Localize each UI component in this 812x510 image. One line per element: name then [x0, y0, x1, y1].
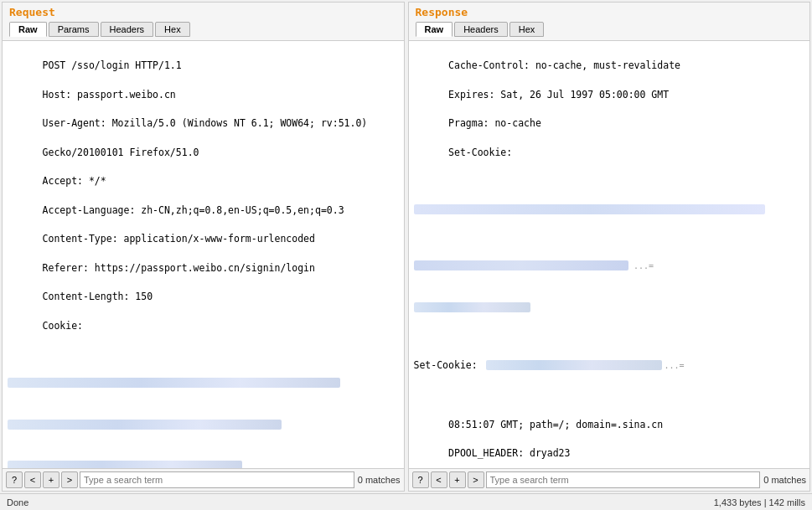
response-add-button[interactable]: +	[449, 471, 466, 488]
response-line-3: Pragma: no-cache	[448, 117, 541, 129]
request-prev-button[interactable]: <	[24, 471, 41, 488]
tab-headers-request[interactable]: Headers	[101, 22, 154, 37]
request-line-3: User-Agent: Mozilla/5.0 (Windows NT 6.1;…	[43, 117, 368, 129]
request-line-2: Host: passport.weibo.cn	[43, 89, 176, 100]
request-next-button[interactable]: >	[61, 471, 78, 488]
request-line-1: POST /sso/login HTTP/1.1	[43, 59, 182, 71]
response-help-button[interactable]: ?	[412, 471, 429, 488]
tab-params-request[interactable]: Params	[49, 22, 99, 37]
request-search-input[interactable]	[80, 471, 354, 488]
request-blur-3	[8, 461, 242, 468]
request-add-button[interactable]: +	[43, 471, 59, 488]
tab-raw-request[interactable]: Raw	[9, 22, 47, 37]
request-content: POST /sso/login HTTP/1.1 Host: passport.…	[3, 41, 404, 468]
request-help-button[interactable]: ?	[6, 471, 23, 488]
response-blur-row-1: ...=	[414, 260, 805, 272]
request-panel: Request Raw Params Headers Hex POST /sso…	[2, 2, 405, 492]
response-prev-button[interactable]: <	[431, 471, 447, 488]
response-line-5: 08:51:07 GMT; path=/; domain=.sina.cn	[448, 419, 663, 430]
request-tabs: Raw Params Headers Hex	[9, 22, 397, 37]
response-setcookie-value-blur	[486, 360, 662, 370]
tab-headers-response[interactable]: Headers	[454, 22, 508, 37]
response-search-input[interactable]	[486, 471, 761, 488]
response-matches-label: 0 matches	[762, 475, 806, 485]
response-blur-2	[414, 302, 531, 312]
request-line-8: Referer: https://passport.weibo.cn/signi…	[43, 262, 315, 274]
response-title: Response	[416, 6, 804, 18]
response-line-1: Cache-Control: no-cache, must-revalidate	[448, 59, 680, 71]
response-line-4: Set-Cookie:	[448, 147, 512, 158]
response-blur-row-2	[414, 302, 805, 312]
request-line-10: Cookie:	[43, 320, 83, 332]
response-tabs: Raw Headers Hex	[416, 22, 804, 37]
response-footer: ? < + > 0 matches	[409, 468, 810, 491]
request-header: Request Raw Params Headers Hex	[3, 3, 404, 41]
response-panel: Response Raw Headers Hex Cache-Control: …	[408, 2, 811, 492]
request-title: Request	[9, 6, 397, 18]
response-blur-suffix-1: ...=	[634, 260, 654, 272]
request-cookie-blur	[8, 378, 340, 388]
request-line-6: Accept-Language: zh-CN,zh;q=0.8,en-US;q=…	[43, 204, 344, 216]
request-footer: ? < + > 0 matches	[3, 468, 404, 491]
statusbar-right-text: 1,433 bytes | 142 mills	[714, 497, 805, 507]
response-line-6: DPOOL_HEADER: dryad23	[448, 447, 570, 459]
tab-hex-response[interactable]: Hex	[509, 22, 545, 37]
tab-hex-request[interactable]: Hex	[155, 22, 190, 37]
tab-raw-response[interactable]: Raw	[416, 22, 453, 37]
response-line-2: Expires: Sat, 26 Jul 1997 05:00:00 GMT	[448, 89, 669, 100]
response-setcookie-line: Set-Cookie: ...=	[414, 358, 805, 373]
response-blur-1	[414, 260, 629, 270]
request-matches-label: 0 matches	[356, 475, 401, 485]
response-setcookie-blur	[414, 204, 766, 214]
request-line-9: Content-Length: 150	[43, 291, 153, 302]
response-header: Response Raw Headers Hex	[409, 3, 810, 41]
statusbar-text: Done	[7, 497, 28, 507]
response-content: Cache-Control: no-cache, must-revalidate…	[409, 41, 810, 468]
request-blur-2	[8, 420, 282, 430]
request-line-7: Content-Type: application/x-www-form-url…	[43, 233, 315, 245]
response-next-button[interactable]: >	[468, 471, 484, 488]
request-line-5: Accept: */*	[43, 175, 106, 187]
statusbar: Done 1,433 bytes | 142 mills	[0, 493, 812, 510]
request-line-4: Gecko/20100101 Firefox/51.0	[43, 147, 199, 158]
